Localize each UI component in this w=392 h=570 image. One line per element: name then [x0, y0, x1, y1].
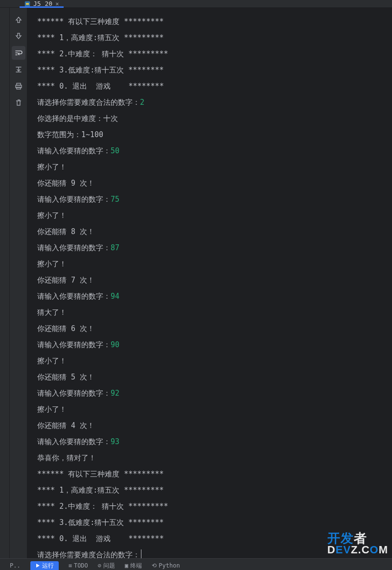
scroll-to-end-icon[interactable] [12, 63, 25, 76]
console-line: 猜大了！ [37, 305, 392, 321]
console-line: 擦小了！ [37, 208, 392, 224]
console-line: ****** 有以下三种难度 ********* [37, 466, 392, 482]
print-icon[interactable] [12, 79, 25, 93]
console-line: **** 2.中难度： 猜十次 ********* [37, 499, 392, 515]
console-line: 请输入你要猜的数字：92 [37, 385, 392, 402]
left-rail [0, 8, 10, 558]
tab-strip: J5_20 × [0, 0, 392, 8]
console-line: 你选择的是中难度：十次 [37, 111, 392, 127]
user-input-number: 75 [111, 195, 119, 204]
input-caret [141, 549, 141, 558]
user-input-number: 94 [111, 292, 119, 301]
console-line: 请输入你要猜的数字：75 [37, 191, 392, 208]
console-line: 擦小了！ [37, 159, 392, 175]
svg-rect-4 [17, 87, 21, 89]
console-line: 你还能猜 4 次！ [37, 418, 392, 434]
console-line: 擦小了！ [37, 402, 392, 418]
tab-label: J5_20 [33, 0, 52, 7]
console-line: **** 0. 退出 游戏 ******** [37, 531, 392, 547]
console-line: **** 3.低难度:猜十五次 ******** [37, 62, 392, 78]
console-line: 恭喜你，猜对了！ [37, 450, 392, 466]
console-line: 请输入你要猜的数字：93 [37, 434, 392, 450]
console-line: **** 1，高难度:猜五次 ********* [37, 30, 392, 46]
user-input-number: 2 [140, 98, 144, 107]
console-line: 擦小了！ [37, 256, 392, 272]
arrow-down-icon[interactable] [12, 29, 25, 43]
tab-file[interactable]: J5_20 × [20, 0, 64, 7]
bottom-python[interactable]: ⟲Python [152, 561, 180, 570]
python-file-icon [24, 1, 30, 7]
soft-wrap-icon[interactable] [12, 46, 25, 60]
console-line: 你还能猜 8 次！ [37, 224, 392, 240]
console-line: **** 1，高难度:猜五次 ********* [37, 482, 392, 499]
console-toolbar [10, 8, 27, 558]
user-input-number: 87 [111, 243, 119, 252]
user-input-number: 93 [111, 437, 119, 446]
user-input-number: 92 [111, 389, 119, 398]
bottom-terminal[interactable]: ▣终端 [125, 561, 142, 570]
console-line: 请输入你要猜的数字：94 [37, 288, 392, 305]
arrow-up-icon[interactable] [12, 13, 25, 26]
console-output[interactable]: ****** 有以下三种难度 ************* 1，高难度:猜五次 *… [27, 8, 392, 558]
bottom-todo[interactable]: ≡TODO [69, 561, 88, 570]
console-line: 擦小了！ [37, 353, 392, 369]
close-icon[interactable]: × [55, 0, 59, 7]
svg-rect-1 [26, 3, 29, 4]
bottom-run[interactable]: 运行 [30, 561, 59, 570]
console-line: **** 2.中难度： 猜十次 ********* [37, 46, 392, 62]
console-line: 请选择你需要难度合法的数字： [37, 547, 392, 558]
console-line: 请输入你要猜的数字：90 [37, 337, 392, 353]
console-line: 数字范围为：1~100 [37, 127, 392, 143]
console-line: **** 0. 退出 游戏 ******** [37, 78, 392, 95]
console-line: 你还能猜 7 次！ [37, 272, 392, 288]
console-line: 请选择你需要难度合法的数字：2 [37, 95, 392, 111]
bottom-toolbar: P.. 运行 ≡TODO ⊘问题 ▣终端 ⟲Python [0, 558, 392, 570]
console-line: **** 3.低难度:猜十五次 ******** [37, 515, 392, 531]
console-line: 请输入你要猜的数字：50 [37, 143, 392, 159]
console-line: 你还能猜 6 次！ [37, 321, 392, 337]
user-input-number: 50 [111, 146, 119, 155]
bottom-version[interactable]: P.. [10, 561, 21, 570]
console-line: ****** 有以下三种难度 ********* [37, 14, 392, 30]
delete-icon[interactable] [12, 96, 25, 110]
console-line: 你还能猜 5 次！ [37, 369, 392, 385]
user-input-number: 90 [111, 340, 119, 349]
console-line: 你还能猜 9 次！ [37, 175, 392, 191]
console-line: 请输入你要猜的数字：87 [37, 240, 392, 256]
bottom-problems[interactable]: ⊘问题 [98, 561, 115, 570]
